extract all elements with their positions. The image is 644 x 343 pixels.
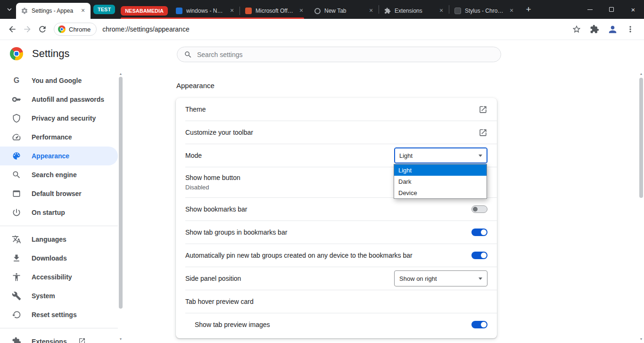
sidebar-item-label: Privacy and security xyxy=(32,114,96,122)
row-status: Disabled xyxy=(185,184,209,191)
row-show-bookmarks-bar[interactable]: Show bookmarks bar xyxy=(176,198,497,220)
row-show-tab-preview-images[interactable]: Show tab preview images xyxy=(176,313,497,336)
scrollbar-thumb[interactable] xyxy=(119,77,123,309)
close-tab-icon[interactable]: × xyxy=(297,7,305,15)
speedometer-icon xyxy=(12,132,21,142)
tab-group-nesabamedia: NESABAMEDIA windows - Nesa × Microsoft O… xyxy=(118,3,309,19)
window-controls: × xyxy=(579,0,644,19)
tab-search-button[interactable] xyxy=(3,3,16,16)
scroll-up-arrow[interactable]: ▲ xyxy=(638,71,644,77)
sidebar-item-reset-settings[interactable]: Reset settings xyxy=(0,305,118,324)
tab-title: Microsoft Office xyxy=(256,8,294,14)
tab-stylus[interactable]: Stylus - Chrome × xyxy=(449,3,519,19)
extensions-menu-button[interactable] xyxy=(589,24,600,34)
browser-menu-button[interactable] xyxy=(625,24,636,34)
row-label: Tab hover preview card xyxy=(185,298,254,305)
palette-icon xyxy=(12,151,21,161)
reload-button[interactable] xyxy=(35,22,50,37)
sidebar-item-you-and-google[interactable]: G You and Google xyxy=(0,71,118,90)
settings-search[interactable] xyxy=(177,47,501,62)
scroll-down-arrow[interactable]: ▼ xyxy=(638,336,644,342)
stylus-favicon xyxy=(454,7,462,15)
tab-title: Settings - Appea xyxy=(32,8,76,14)
tab-title: New Tab xyxy=(324,8,364,14)
row-label: Side panel position xyxy=(185,275,241,282)
sidebar-item-privacy[interactable]: Privacy and security xyxy=(0,109,118,128)
dropdown-option-light[interactable]: Light xyxy=(394,164,487,176)
sidebar-item-performance[interactable]: Performance xyxy=(0,128,118,147)
puzzle-icon xyxy=(12,337,21,343)
sidebar-item-label: Extensions xyxy=(32,338,67,343)
open-in-new-icon xyxy=(479,105,487,114)
row-theme[interactable]: Theme xyxy=(176,98,497,121)
sidebar-item-on-startup[interactable]: On startup xyxy=(0,203,118,222)
accessibility-person-icon xyxy=(12,272,21,282)
sidebar-item-extensions[interactable]: Extensions xyxy=(0,332,118,343)
tab-strip: Settings - Appea × TEST NESABAMEDIA wind… xyxy=(0,0,644,19)
scroll-up-arrow[interactable]: ▲ xyxy=(118,71,124,77)
row-label: Customize your toolbar xyxy=(185,129,253,136)
page-scrollbar[interactable]: ▲ ▼ xyxy=(638,71,644,343)
row-label: Show tab groups in bookmarks bar xyxy=(185,229,287,236)
power-icon xyxy=(12,208,21,217)
show-bookmarks-bar-toggle[interactable] xyxy=(471,205,487,213)
row-side-panel-position: Side panel position Show on right xyxy=(176,267,497,290)
address-bar[interactable]: chrome://settings/appearance xyxy=(102,25,571,33)
new-tab-button[interactable]: + xyxy=(522,3,535,16)
browser-window: Settings - Appea × TEST NESABAMEDIA wind… xyxy=(0,0,644,343)
tab-preview-images-toggle[interactable] xyxy=(471,321,487,328)
tab-title: Stylus - Chrome xyxy=(465,8,504,14)
sidebar-item-accessibility[interactable]: Accessibility xyxy=(0,268,118,286)
tab-new-tab[interactable]: New Tab × xyxy=(309,3,379,19)
bookmark-star-button[interactable] xyxy=(571,24,582,34)
tab-extensions[interactable]: Extensions × xyxy=(379,3,449,19)
dropdown-option-dark[interactable]: Dark xyxy=(394,176,487,187)
row-customize-toolbar[interactable]: Customize your toolbar xyxy=(176,121,497,144)
scroll-down-arrow[interactable]: ▼ xyxy=(118,336,124,342)
close-tab-icon[interactable]: × xyxy=(228,7,236,15)
back-button[interactable] xyxy=(5,22,20,37)
sidebar-scrollbar[interactable]: ▲ ▼ xyxy=(118,71,124,343)
side-panel-position-select[interactable]: Show on right xyxy=(394,270,487,286)
sidebar-item-search-engine[interactable]: Search engine xyxy=(0,165,118,184)
mode-select[interactable]: Light xyxy=(394,147,487,163)
close-window-button[interactable]: × xyxy=(622,0,644,19)
sidebar-item-system[interactable]: System xyxy=(0,286,118,305)
sidebar-item-downloads[interactable]: Downloads xyxy=(0,249,118,268)
row-auto-pin-tab-groups[interactable]: Automatically pin new tab groups created… xyxy=(176,244,497,267)
row-show-tab-groups[interactable]: Show tab groups in bookmarks bar xyxy=(176,221,497,244)
profile-avatar-button[interactable] xyxy=(607,24,618,34)
maximize-button[interactable] xyxy=(601,0,622,19)
auto-pin-toggle[interactable] xyxy=(471,252,487,259)
caret-down-icon xyxy=(479,278,482,280)
dropdown-option-device[interactable]: Device xyxy=(394,187,487,198)
search-settings-input[interactable] xyxy=(197,51,494,58)
close-tab-icon[interactable]: × xyxy=(367,7,375,15)
show-tab-groups-toggle[interactable] xyxy=(471,229,487,236)
minimize-icon xyxy=(587,9,593,10)
sidebar-item-default-browser[interactable]: Default browser xyxy=(0,184,118,203)
close-icon: × xyxy=(631,6,636,13)
row-label: Show bookmarks bar xyxy=(185,205,248,213)
tab-group-test-badge[interactable]: TEST xyxy=(93,5,115,14)
tab-windows-nesa[interactable]: windows - Nesa × xyxy=(171,3,239,19)
maximize-icon xyxy=(609,7,614,12)
tab-group-nesabamedia-badge[interactable]: NESABAMEDIA xyxy=(121,6,168,16)
tab-microsoft-office[interactable]: Microsoft Office × xyxy=(240,3,309,19)
tab-settings[interactable]: Settings - Appea × xyxy=(16,3,91,19)
sidebar-item-appearance[interactable]: Appearance xyxy=(0,147,118,165)
star-icon xyxy=(572,24,581,34)
forward-button[interactable] xyxy=(20,22,35,37)
close-tab-icon[interactable]: × xyxy=(79,7,87,15)
sidebar-divider xyxy=(0,226,118,226)
sidebar-item-languages[interactable]: Languages xyxy=(0,230,118,249)
minimize-button[interactable] xyxy=(579,0,601,19)
scrollbar-thumb[interactable] xyxy=(639,78,643,198)
close-tab-icon[interactable]: × xyxy=(438,7,445,15)
sidebar-item-autofill[interactable]: Autofill and passwords xyxy=(0,90,118,109)
row-label: Automatically pin new tab groups created… xyxy=(185,252,413,259)
close-tab-icon[interactable]: × xyxy=(508,7,515,15)
section-heading: Appearance xyxy=(176,82,215,90)
back-arrow-icon xyxy=(8,24,17,34)
shield-icon xyxy=(12,114,21,123)
